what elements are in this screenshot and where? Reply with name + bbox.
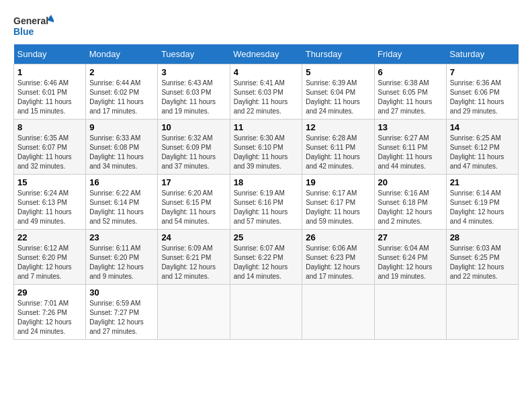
calendar-week-row: 29 Sunrise: 7:01 AM Sunset: 7:26 PM Dayl… bbox=[14, 285, 519, 340]
day-number: 2 bbox=[89, 67, 154, 77]
day-info: Sunrise: 6:03 AM Sunset: 6:25 PM Dayligh… bbox=[450, 244, 515, 281]
calendar-week-row: 1 Sunrise: 6:46 AM Sunset: 6:01 PM Dayli… bbox=[14, 64, 519, 120]
svg-text:General: General bbox=[13, 15, 48, 26]
logo-svg: General Blue bbox=[13, 13, 54, 38]
day-info: Sunrise: 7:01 AM Sunset: 7:26 PM Dayligh… bbox=[17, 299, 82, 336]
day-number: 8 bbox=[17, 122, 82, 132]
day-number: 28 bbox=[450, 232, 515, 242]
header-saturday: Saturday bbox=[446, 44, 518, 64]
table-row: 30 Sunrise: 6:59 AM Sunset: 7:27 PM Dayl… bbox=[86, 285, 158, 340]
day-info: Sunrise: 6:06 AM Sunset: 6:23 PM Dayligh… bbox=[306, 244, 370, 281]
table-row: 9 Sunrise: 6:33 AM Sunset: 6:08 PM Dayli… bbox=[86, 120, 158, 175]
day-number: 22 bbox=[17, 232, 82, 242]
table-row: 18 Sunrise: 6:19 AM Sunset: 6:16 PM Dayl… bbox=[230, 175, 302, 230]
day-number: 7 bbox=[450, 67, 515, 77]
table-row: 16 Sunrise: 6:22 AM Sunset: 6:14 PM Dayl… bbox=[86, 175, 158, 230]
day-info: Sunrise: 6:19 AM Sunset: 6:16 PM Dayligh… bbox=[234, 189, 299, 226]
day-number: 20 bbox=[378, 177, 443, 187]
day-info: Sunrise: 6:32 AM Sunset: 6:09 PM Dayligh… bbox=[161, 134, 226, 171]
day-number: 12 bbox=[306, 122, 370, 132]
table-row: 4 Sunrise: 6:41 AM Sunset: 6:03 PM Dayli… bbox=[230, 64, 302, 120]
day-info: Sunrise: 6:17 AM Sunset: 6:17 PM Dayligh… bbox=[306, 189, 370, 226]
day-number: 29 bbox=[17, 287, 82, 298]
table-row: 26 Sunrise: 6:06 AM Sunset: 6:23 PM Dayl… bbox=[302, 230, 374, 285]
day-info: Sunrise: 6:25 AM Sunset: 6:12 PM Dayligh… bbox=[450, 134, 515, 171]
table-row: 21 Sunrise: 6:14 AM Sunset: 6:19 PM Dayl… bbox=[446, 175, 518, 230]
day-number: 19 bbox=[306, 177, 370, 187]
calendar-week-row: 22 Sunrise: 6:12 AM Sunset: 6:20 PM Dayl… bbox=[14, 230, 519, 285]
day-info: Sunrise: 6:30 AM Sunset: 6:10 PM Dayligh… bbox=[234, 134, 299, 171]
day-info: Sunrise: 6:20 AM Sunset: 6:15 PM Dayligh… bbox=[161, 189, 226, 226]
table-row: 25 Sunrise: 6:07 AM Sunset: 6:22 PM Dayl… bbox=[230, 230, 302, 285]
day-info: Sunrise: 6:33 AM Sunset: 6:08 PM Dayligh… bbox=[89, 134, 154, 171]
table-row: 11 Sunrise: 6:30 AM Sunset: 6:10 PM Dayl… bbox=[230, 120, 302, 175]
day-info: Sunrise: 6:41 AM Sunset: 6:03 PM Dayligh… bbox=[234, 79, 299, 116]
logo: General Blue bbox=[13, 13, 54, 38]
day-number: 27 bbox=[378, 232, 443, 242]
day-number: 15 bbox=[17, 177, 82, 187]
table-row: 10 Sunrise: 6:32 AM Sunset: 6:09 PM Dayl… bbox=[158, 120, 230, 175]
table-row: 27 Sunrise: 6:04 AM Sunset: 6:24 PM Dayl… bbox=[374, 230, 446, 285]
header-tuesday: Tuesday bbox=[158, 44, 230, 64]
header-wednesday: Wednesday bbox=[230, 44, 302, 64]
day-info: Sunrise: 6:43 AM Sunset: 6:03 PM Dayligh… bbox=[161, 79, 226, 116]
table-row: 17 Sunrise: 6:20 AM Sunset: 6:15 PM Dayl… bbox=[158, 175, 230, 230]
table-row: 19 Sunrise: 6:17 AM Sunset: 6:17 PM Dayl… bbox=[302, 175, 374, 230]
day-number: 26 bbox=[306, 232, 370, 242]
table-row bbox=[230, 285, 302, 340]
table-row: 28 Sunrise: 6:03 AM Sunset: 6:25 PM Dayl… bbox=[446, 230, 518, 285]
table-row bbox=[158, 285, 230, 340]
table-row: 23 Sunrise: 6:11 AM Sunset: 6:20 PM Dayl… bbox=[86, 230, 158, 285]
day-number: 13 bbox=[378, 122, 443, 132]
page-header: General Blue bbox=[13, 13, 519, 38]
day-info: Sunrise: 6:27 AM Sunset: 6:11 PM Dayligh… bbox=[378, 134, 443, 171]
day-info: Sunrise: 6:14 AM Sunset: 6:19 PM Dayligh… bbox=[450, 189, 515, 226]
header-sunday: Sunday bbox=[14, 44, 86, 64]
day-info: Sunrise: 6:22 AM Sunset: 6:14 PM Dayligh… bbox=[89, 189, 154, 226]
table-row: 24 Sunrise: 6:09 AM Sunset: 6:21 PM Dayl… bbox=[158, 230, 230, 285]
day-number: 4 bbox=[234, 67, 299, 77]
table-row: 1 Sunrise: 6:46 AM Sunset: 6:01 PM Dayli… bbox=[14, 64, 86, 120]
day-number: 23 bbox=[89, 232, 154, 242]
table-row: 2 Sunrise: 6:44 AM Sunset: 6:02 PM Dayli… bbox=[86, 64, 158, 120]
day-info: Sunrise: 6:39 AM Sunset: 6:04 PM Dayligh… bbox=[306, 79, 370, 116]
table-row: 15 Sunrise: 6:24 AM Sunset: 6:13 PM Dayl… bbox=[14, 175, 86, 230]
day-info: Sunrise: 6:38 AM Sunset: 6:05 PM Dayligh… bbox=[378, 79, 443, 116]
day-number: 16 bbox=[89, 177, 154, 187]
day-number: 5 bbox=[306, 67, 370, 77]
day-number: 18 bbox=[234, 177, 299, 187]
table-row: 6 Sunrise: 6:38 AM Sunset: 6:05 PM Dayli… bbox=[374, 64, 446, 120]
header-monday: Monday bbox=[86, 44, 158, 64]
day-info: Sunrise: 6:07 AM Sunset: 6:22 PM Dayligh… bbox=[234, 244, 299, 281]
day-number: 14 bbox=[450, 122, 515, 132]
day-number: 25 bbox=[234, 232, 299, 242]
table-row: 12 Sunrise: 6:28 AM Sunset: 6:11 PM Dayl… bbox=[302, 120, 374, 175]
table-row bbox=[374, 285, 446, 340]
day-info: Sunrise: 6:36 AM Sunset: 6:06 PM Dayligh… bbox=[450, 79, 515, 116]
day-info: Sunrise: 6:44 AM Sunset: 6:02 PM Dayligh… bbox=[89, 79, 154, 116]
calendar-week-row: 15 Sunrise: 6:24 AM Sunset: 6:13 PM Dayl… bbox=[14, 175, 519, 230]
day-info: Sunrise: 6:09 AM Sunset: 6:21 PM Dayligh… bbox=[161, 244, 226, 281]
table-row: 13 Sunrise: 6:27 AM Sunset: 6:11 PM Dayl… bbox=[374, 120, 446, 175]
table-row: 14 Sunrise: 6:25 AM Sunset: 6:12 PM Dayl… bbox=[446, 120, 518, 175]
weekday-header-row: Sunday Monday Tuesday Wednesday Thursday… bbox=[14, 44, 519, 64]
table-row: 8 Sunrise: 6:35 AM Sunset: 6:07 PM Dayli… bbox=[14, 120, 86, 175]
table-row: 29 Sunrise: 7:01 AM Sunset: 7:26 PM Dayl… bbox=[14, 285, 86, 340]
calendar-table: Sunday Monday Tuesday Wednesday Thursday… bbox=[13, 44, 519, 340]
svg-text:Blue: Blue bbox=[13, 26, 34, 37]
day-number: 3 bbox=[161, 67, 226, 77]
table-row bbox=[446, 285, 518, 340]
day-number: 21 bbox=[450, 177, 515, 187]
header-friday: Friday bbox=[374, 44, 446, 64]
day-number: 10 bbox=[161, 122, 226, 132]
day-number: 11 bbox=[234, 122, 299, 132]
table-row: 22 Sunrise: 6:12 AM Sunset: 6:20 PM Dayl… bbox=[14, 230, 86, 285]
day-number: 9 bbox=[89, 122, 154, 132]
day-number: 24 bbox=[161, 232, 226, 242]
day-info: Sunrise: 6:16 AM Sunset: 6:18 PM Dayligh… bbox=[378, 189, 443, 226]
day-info: Sunrise: 6:04 AM Sunset: 6:24 PM Dayligh… bbox=[378, 244, 443, 281]
day-number: 1 bbox=[17, 67, 82, 77]
table-row bbox=[302, 285, 374, 340]
table-row: 5 Sunrise: 6:39 AM Sunset: 6:04 PM Dayli… bbox=[302, 64, 374, 120]
table-row: 3 Sunrise: 6:43 AM Sunset: 6:03 PM Dayli… bbox=[158, 64, 230, 120]
